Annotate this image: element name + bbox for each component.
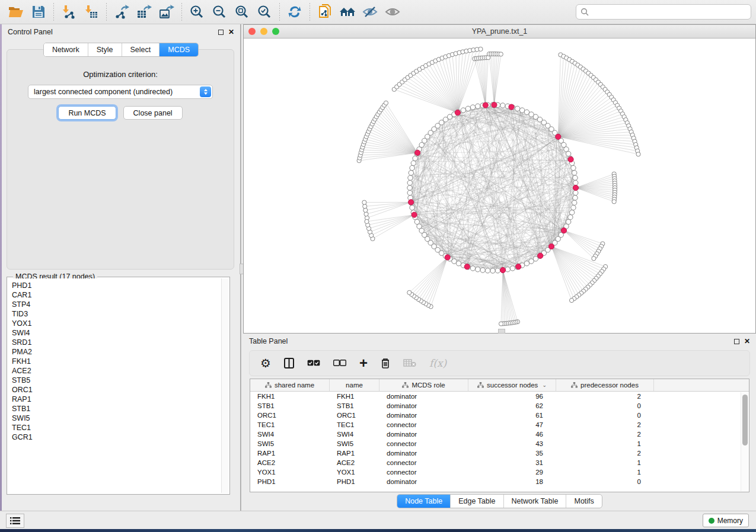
window-zoom-icon[interactable] [272,28,279,35]
network-graph[interactable] [244,39,755,333]
delete-column-icon[interactable] [381,358,390,368]
tab-mcds[interactable]: MCDS [160,43,198,56]
mcds-node-item[interactable]: SRD1 [12,338,221,347]
mcds-node-item[interactable]: ACE2 [12,366,221,376]
tab-node-table[interactable]: Node Table [397,495,451,508]
search-box[interactable] [576,4,751,20]
mcds-node-item[interactable]: CAR1 [12,290,221,300]
show-column-icon[interactable] [284,358,294,368]
window-close-icon[interactable] [248,28,256,35]
tab-network[interactable]: Network [44,43,88,56]
cell-successor-nodes: 35 [468,450,556,457]
mcds-node-item[interactable]: RAP1 [12,395,221,404]
table-row[interactable]: ACE2ACE2connector311 [250,458,749,467]
table-type-tabs: Node TableEdge TableNetwork TableMotifs [397,494,602,508]
export-network-icon[interactable] [110,2,133,22]
table-row[interactable]: PHD1PHD1dominator180 [250,477,749,486]
column-header-predecessor-nodes[interactable]: predecessor nodes [556,379,654,391]
show-log-button[interactable] [6,514,24,528]
table-row[interactable]: YOX1YOX1connector291 [250,467,749,477]
hide-selected-icon[interactable] [359,2,381,22]
horizontal-splitter-grip[interactable] [498,329,505,334]
export-image-icon[interactable] [155,2,178,22]
table-scrollbar-thumb[interactable] [742,395,748,446]
tab-motifs[interactable]: Motifs [566,495,601,508]
show-all-icon[interactable] [381,2,404,22]
network-window-titlebar[interactable]: YPA_prune.txt_1 [244,25,755,39]
mcds-node-item[interactable]: ORC1 [12,385,221,395]
cell-name: PHD1 [330,478,379,485]
mcds-node-item[interactable]: PHD1 [12,281,221,290]
mcds-node-item[interactable]: STB1 [12,404,221,414]
column-shared-icon [477,382,484,388]
table-row[interactable]: SWI5SWI5connector431 [250,439,749,448]
export-table-icon[interactable] [133,2,155,22]
cell-predecessor-nodes: 1 [556,469,654,476]
mcds-list-scrollbar[interactable] [221,278,228,493]
table-row[interactable]: FKH1FKH1dominator962 [250,392,749,401]
close-panel-button[interactable]: Close panel [123,106,183,120]
close-table-panel-icon[interactable]: ✕ [744,338,750,345]
mcds-node-item[interactable]: STP4 [12,300,221,309]
search-input[interactable] [589,8,747,16]
cell-MCDS-role: connector [379,440,468,447]
close-panel-icon[interactable]: ✕ [228,28,234,36]
mcds-node-item[interactable]: FKH1 [12,357,221,366]
float-table-panel-icon[interactable] [734,339,739,344]
network-view-window: YPA_prune.txt_1 [243,24,756,334]
table-row[interactable]: TEC1TEC1connector472 [250,420,749,430]
tab-style[interactable]: Style [88,43,122,56]
mcds-node-item[interactable]: TEC1 [12,423,221,432]
mcds-node-item[interactable]: TID3 [12,309,221,319]
tab-network-table[interactable]: Network Table [504,495,567,508]
first-neighbors-icon[interactable] [336,2,359,22]
network-view-canvas[interactable] [244,39,755,333]
cell-predecessor-nodes: 1 [556,440,654,447]
table-row[interactable]: RAP1RAP1dominator352 [250,448,749,458]
cell-successor-nodes: 43 [468,440,556,447]
zoom-in-icon[interactable] [186,2,208,22]
mcds-result-list[interactable]: PHD1CAR1STP4TID3YOX1SWI4SRD1PMA2FKH1ACE2… [8,278,221,493]
mcds-node-item[interactable]: PMA2 [12,347,221,357]
save-session-icon[interactable] [27,2,50,22]
column-header-MCDS-role[interactable]: MCDS role [379,379,468,391]
table-row[interactable]: ORC1ORC1dominator610 [250,411,749,420]
zoom-fit-icon[interactable] [231,2,253,22]
tab-edge-table[interactable]: Edge Table [451,495,503,508]
table-options-gear-icon[interactable]: ⚙ [260,356,271,370]
list-icon [10,517,20,525]
mcds-node-item[interactable]: STB5 [12,376,221,385]
table-row[interactable]: STB1STB1dominator620 [250,401,749,411]
table-panel-title: Table Panel [249,337,288,345]
control-panel-header: Control Panel ✕ [2,24,240,40]
memory-button[interactable]: Memory [703,514,749,527]
mcds-node-item[interactable]: SWI4 [12,328,221,338]
table-scrollbar[interactable] [741,392,748,491]
open-file-icon[interactable] [5,2,27,22]
table-row[interactable]: SWI4SWI4dominator462 [250,430,749,439]
unselect-all-columns-icon[interactable] [333,360,346,367]
column-header-shared-name[interactable]: shared name [250,379,330,391]
network-overview-icon[interactable] [314,2,336,22]
tab-select[interactable]: Select [122,43,160,56]
import-table-icon[interactable] [80,2,103,22]
zoom-selected-icon[interactable] [253,2,276,22]
zoom-out-icon[interactable] [208,2,231,22]
select-all-columns-icon[interactable] [307,360,320,367]
cell-predecessor-nodes: 2 [556,450,654,457]
optimization-criterion-dropdown[interactable]: largest connected component (undirected) [28,85,213,99]
cell-name: SWI5 [330,440,379,447]
float-panel-icon[interactable] [218,30,224,35]
window-minimize-icon[interactable] [260,28,267,35]
column-header-successor-nodes[interactable]: successor nodes⌄ [468,379,556,391]
toolbar-separator [106,3,107,21]
run-mcds-button[interactable]: Run MCDS [58,106,116,120]
apply-layout-icon[interactable] [283,2,306,22]
mcds-node-item[interactable]: SWI5 [12,414,221,423]
column-header-name[interactable]: name [330,379,379,391]
create-column-icon[interactable]: + [359,355,368,371]
mcds-node-item[interactable]: GCR1 [12,432,221,442]
mcds-node-item[interactable]: YOX1 [12,319,221,328]
import-network-icon[interactable] [58,2,80,22]
cell-successor-nodes: 96 [468,393,556,400]
